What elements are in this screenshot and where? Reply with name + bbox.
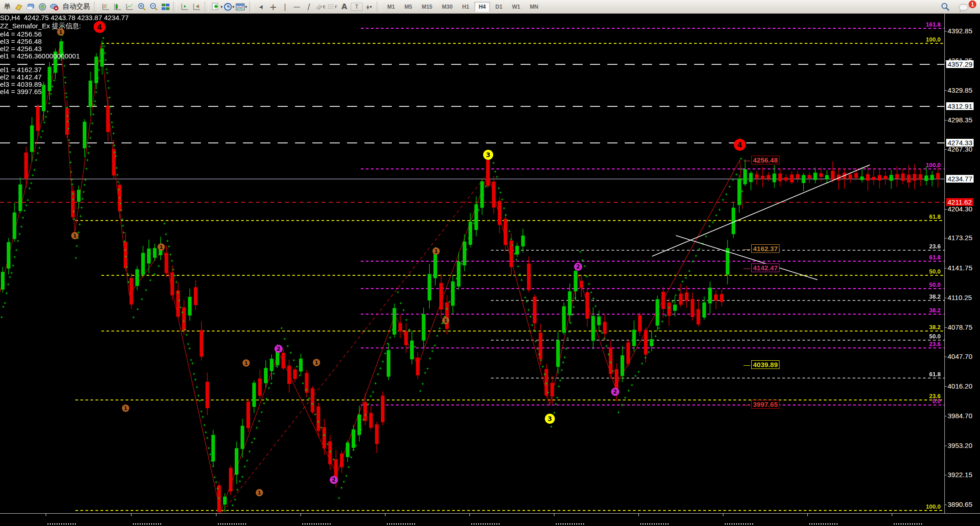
timeframe-M5[interactable]: M5 <box>400 2 416 12</box>
toolbar-separator <box>377 2 381 12</box>
semafor-1-marker: 1 <box>256 489 263 496</box>
fib-level-label: 38.2 <box>913 307 941 314</box>
equidistant-channel-tool[interactable]: E <box>315 1 326 12</box>
semafor-1-marker: 1 <box>71 232 79 239</box>
fib-level-label: 100.0 <box>913 36 941 43</box>
chevron-down-icon[interactable]: ▾ <box>370 5 372 9</box>
new-order-label-fragment[interactable]: 单 <box>2 2 12 11</box>
time-tick <box>723 514 723 516</box>
price-callout[interactable]: —4142.47 <box>743 263 780 272</box>
bar-chart-icon[interactable] <box>100 1 111 12</box>
chart-info-line: SD,H4 4242.75 4243.78 4233.87 4234.77 <box>0 14 129 21</box>
chart-area[interactable]: SD,H4 4242.75 4243.78 4233.87 4234.77ZZ_… <box>0 14 980 513</box>
horizontal-line-tool[interactable]: — <box>291 1 302 12</box>
timeframe-M30[interactable]: M30 <box>438 2 457 12</box>
auto-scroll-icon[interactable] <box>191 1 202 12</box>
callout-value: 4256.48 <box>751 156 780 164</box>
line-chart-icon[interactable] <box>124 1 135 12</box>
time-label-clipped <box>387 523 415 525</box>
notepad-icon[interactable] <box>13 1 24 12</box>
autotrade-button[interactable]: 自动交易 <box>61 2 92 11</box>
toolbar-separator <box>94 2 98 12</box>
time-tick <box>385 514 385 516</box>
price-axis-label: 4173.25 <box>948 234 972 242</box>
timeframe-D1[interactable]: D1 <box>491 2 506 12</box>
fib-level-label: 100.0 <box>913 162 941 168</box>
mt4-window: 单 自动交易 ▾ <box>0 0 980 526</box>
price-callout[interactable]: —4162.37 <box>743 244 780 253</box>
price-callout[interactable]: —3997.65 <box>743 400 780 409</box>
time-tick <box>554 514 554 516</box>
new-chart-button[interactable]: ▾ <box>211 1 223 12</box>
chevron-down-icon[interactable]: ▾ <box>232 5 235 9</box>
market-watch-cloud-icon[interactable] <box>25 1 36 12</box>
chevron-down-icon[interactable]: ▾ <box>221 5 223 9</box>
semafor-1-marker: 1 <box>122 405 129 412</box>
price-axis-label: 3953.20 <box>948 442 972 449</box>
time-label-clipped <box>725 523 753 525</box>
chart-info-line: el1 = 4256.360000000001 <box>0 52 80 60</box>
candlestick-canvas <box>0 14 944 513</box>
timeframe-M15[interactable]: M15 <box>417 2 436 12</box>
timeframe-W1[interactable]: W1 <box>508 2 524 12</box>
semafor-2-marker: 2 <box>330 476 338 484</box>
time-axis[interactable] <box>0 513 980 526</box>
zoom-out-icon[interactable] <box>148 1 159 12</box>
chart-shift-icon[interactable] <box>179 1 190 12</box>
price-callout[interactable]: —4256.48 <box>743 156 780 164</box>
text-label-tool[interactable]: T <box>351 3 363 11</box>
time-tick <box>807 514 808 516</box>
signal-icon[interactable] <box>37 1 48 12</box>
chart-info-line: el4 = 4256.56 <box>0 30 42 38</box>
fib-level-label: 100.0 <box>913 503 941 510</box>
fib-level-label: 61.8 <box>913 213 941 220</box>
semafor-1-marker: 1 <box>432 247 440 255</box>
price-axis-label: 4047.70 <box>948 352 972 360</box>
trendline-tool[interactable]: / <box>303 1 314 12</box>
toolbar-separator <box>205 2 209 12</box>
time-label-clipped <box>47 523 76 525</box>
chart-info-line: el1 = 4162.37 <box>0 66 42 74</box>
tile-windows-icon[interactable] <box>160 1 171 12</box>
fib-level-label: 50.0 <box>913 281 941 288</box>
semafor-1-marker: 1 <box>242 359 250 367</box>
vertical-line-tool[interactable]: | <box>279 1 290 12</box>
notification-badge[interactable]: 1 <box>969 0 976 8</box>
fibonacci-tool[interactable]: F <box>327 1 338 12</box>
fib-level-label: 38.2 <box>913 324 941 331</box>
price-axis-label: 3984.70 <box>948 412 972 420</box>
timeframe-MN[interactable]: MN <box>526 2 543 12</box>
chart-info-line: el3 = 4039.89 <box>0 80 42 88</box>
semafor-1-marker: 1 <box>313 359 320 366</box>
autotrade-stop-icon[interactable] <box>49 1 60 12</box>
text-tool[interactable]: A <box>339 1 350 12</box>
timeframe-H4[interactable]: H4 <box>474 2 490 12</box>
fib-level-label: 50.0 <box>913 268 941 275</box>
timeframe-H1[interactable]: H1 <box>458 2 473 12</box>
period-clock-button[interactable]: ▾ <box>224 1 235 12</box>
price-axis[interactable]: 4392.854361.354357.294329.854312.914298.… <box>944 14 980 513</box>
price-callout[interactable]: —4039.89 <box>743 360 780 369</box>
cursor-tool[interactable]: ➤ <box>254 0 269 14</box>
semafor-2-marker: 2 <box>574 263 582 271</box>
chevron-down-icon[interactable]: ▾ <box>245 5 248 9</box>
semafor-3-marker: 3 <box>545 414 555 424</box>
search-icon[interactable] <box>940 1 951 12</box>
time-label-clipped <box>302 523 331 525</box>
time-label-clipped <box>809 523 838 525</box>
callout-value: 4142.47 <box>751 263 780 272</box>
timeframe-M1[interactable]: M1 <box>383 2 399 12</box>
template-button[interactable]: ▾ <box>236 1 248 12</box>
arrows-tool[interactable]: ⬧▾ <box>364 1 374 12</box>
time-label-clipped <box>556 523 584 525</box>
crosshair-tool[interactable]: + <box>268 1 279 12</box>
price-axis-label: 3922.15 <box>948 471 972 479</box>
zoom-in-icon[interactable] <box>136 1 147 12</box>
time-tick <box>216 514 216 516</box>
callout-value: 3997.65 <box>751 400 780 409</box>
fib-level-label: 161.8 <box>913 21 941 28</box>
callout-tick: — <box>743 400 750 408</box>
price-axis-label: 4329.85 <box>948 86 972 94</box>
candlestick-icon[interactable] <box>112 1 123 12</box>
price-axis-label: 4234.77 <box>946 175 974 183</box>
